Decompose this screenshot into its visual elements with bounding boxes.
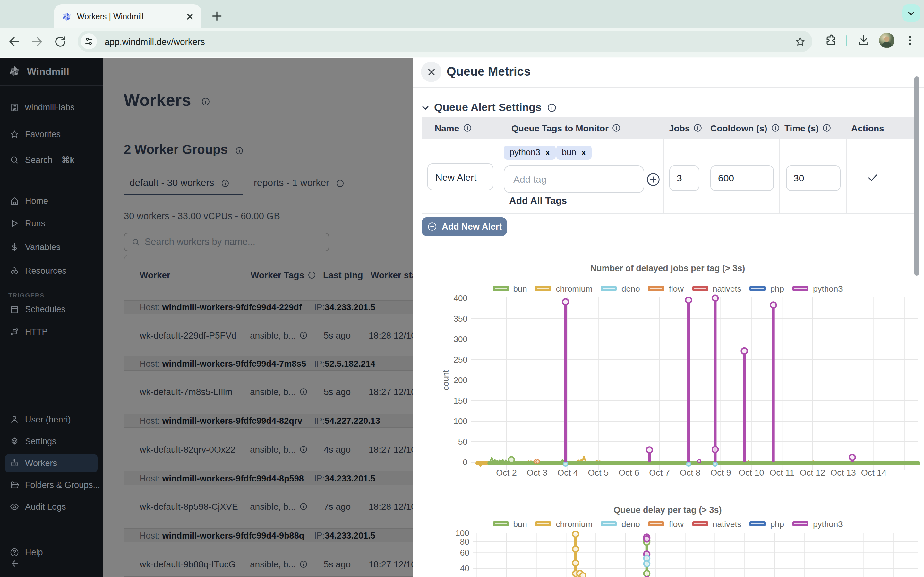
info-icon[interactable] (202, 97, 210, 105)
boxes-icon (10, 266, 19, 276)
add-tag-input[interactable]: Add tag (504, 165, 644, 193)
browser-tab[interactable]: Workers | Windmill (54, 5, 202, 28)
worker-groups-heading: 2 Worker Groups (124, 142, 244, 157)
svg-text:Oct 3: Oct 3 (527, 468, 548, 478)
time-input[interactable]: 30 (786, 165, 840, 191)
sidebar-item-schedules[interactable]: Schedules (5, 300, 97, 319)
cooldown-input[interactable]: 600 (710, 165, 774, 191)
sidebar-item-label: Audit Logs (25, 502, 66, 511)
add-new-alert-button[interactable]: Add New Alert (421, 217, 507, 236)
collapse-sidebar-icon[interactable] (10, 558, 20, 569)
tag-bun[interactable]: bunx (556, 145, 591, 159)
info-icon[interactable] (463, 124, 471, 132)
tag-python3[interactable]: python3x (504, 145, 556, 159)
info-icon[interactable] (236, 147, 244, 154)
sidebar-item-http[interactable]: HTTP (5, 322, 97, 341)
back-icon[interactable] (6, 34, 22, 49)
svg-text:100: 100 (455, 528, 469, 538)
queue-alert-settings-header[interactable]: Queue Alert Settings (421, 101, 556, 114)
info-icon[interactable] (771, 124, 779, 132)
browser-profile-chevron-button[interactable] (902, 5, 920, 22)
app-page: Windmill windmill-labs Favorites Search … (0, 58, 924, 577)
info-icon[interactable] (336, 179, 344, 187)
toolbar-divider (846, 35, 847, 46)
chart1-title: Number of delayed jobs per tag (> 3s) (417, 263, 918, 273)
sidebar-item-runs[interactable]: Runs (5, 214, 97, 232)
add-all-tags-link[interactable]: Add All Tags (509, 195, 567, 206)
alert-name-input[interactable]: New Alert (427, 163, 493, 190)
reload-icon[interactable] (53, 34, 68, 49)
eye-icon (10, 502, 19, 511)
column-worker: Worker (140, 255, 170, 295)
new-tab-button[interactable] (208, 7, 226, 25)
svg-text:Oct 8: Oct 8 (680, 468, 700, 478)
drawer-scrollbar[interactable] (914, 76, 919, 276)
svg-text:Oct 2: Oct 2 (496, 468, 517, 478)
browser-menu-icon[interactable] (903, 33, 916, 47)
tab-reports[interactable]: reports - 1 worker (254, 177, 344, 187)
sidebar-item-settings[interactable]: Settings (5, 432, 97, 450)
chart2-title: Queue delay per tag (> 3s) (417, 505, 918, 514)
legend-swatch (601, 286, 617, 291)
windmill-favicon (61, 11, 72, 21)
svg-text:80: 80 (460, 537, 469, 546)
info-icon[interactable] (300, 560, 307, 568)
info-icon[interactable] (308, 271, 316, 279)
profile-avatar[interactable] (879, 33, 895, 48)
sidebar-item-audit-logs[interactable]: Audit Logs (5, 497, 97, 516)
header-jobs: Jobs (663, 117, 704, 139)
legend-swatch (792, 286, 809, 291)
delayed-jobs-chart: 050100150200250300350400Oct 2Oct 3Oct 4O… (412, 292, 924, 481)
tab-default[interactable]: default - 30 workers (129, 177, 229, 187)
info-icon[interactable] (822, 124, 831, 132)
search-icon (131, 237, 140, 246)
sidebar-item-workspace[interactable]: windmill-labs (5, 98, 97, 116)
svg-text:150: 150 (453, 396, 467, 406)
svg-text:Oct 11: Oct 11 (769, 468, 794, 478)
search-shortcut: ⌘k (61, 155, 74, 164)
sidebar-item-workers[interactable]: Workers (5, 454, 97, 472)
info-icon[interactable] (694, 124, 702, 132)
sidebar-item-variables[interactable]: Variables (5, 237, 97, 256)
download-icon[interactable] (857, 33, 871, 47)
sidebar-item-search[interactable]: Search ⌘k (5, 150, 97, 169)
info-icon[interactable] (300, 445, 307, 453)
column-divider (779, 139, 779, 213)
info-icon[interactable] (221, 179, 229, 187)
remove-tag-icon[interactable]: x (582, 148, 586, 157)
add-tag-button[interactable] (646, 172, 660, 187)
tab-close-icon[interactable] (185, 11, 195, 21)
dollar-icon (10, 242, 19, 251)
worker-search-input[interactable]: Search workers by name... (124, 232, 329, 251)
sidebar-item-label: Favorites (25, 129, 61, 139)
info-icon[interactable] (548, 103, 556, 112)
svg-text:Oct 4: Oct 4 (557, 468, 578, 478)
sidebar-item-favorites[interactable]: Favorites (5, 125, 97, 143)
remove-tag-icon[interactable]: x (545, 148, 550, 157)
confirm-check-icon[interactable] (867, 172, 878, 183)
sidebar-item-home[interactable]: Home (5, 191, 97, 210)
drawer-close-button[interactable] (421, 61, 441, 82)
url-bar[interactable]: app.windmill.dev/workers (78, 31, 813, 52)
sidebar-item-user[interactable]: User (henri) (5, 410, 97, 429)
site-settings-icon[interactable] (81, 33, 97, 49)
sidebar-item-resources[interactable]: Resources (5, 261, 97, 280)
svg-text:300: 300 (453, 334, 467, 344)
info-icon[interactable] (300, 503, 307, 510)
sidebar-item-label: User (henri) (25, 414, 71, 424)
route-icon (10, 327, 19, 337)
svg-text:350: 350 (453, 314, 467, 324)
calendar-icon (10, 305, 19, 314)
forward-icon[interactable] (29, 34, 45, 49)
sidebar-brand[interactable]: Windmill (0, 58, 103, 85)
sidebar-item-folders[interactable]: Folders & Groups... (5, 475, 97, 494)
bookmark-star-icon[interactable] (795, 35, 806, 47)
jobs-input[interactable]: 3 (669, 165, 699, 191)
info-icon[interactable] (300, 332, 307, 339)
url-text[interactable]: app.windmill.dev/workers (105, 36, 795, 47)
info-icon[interactable] (300, 388, 307, 396)
extensions-icon[interactable] (824, 33, 838, 47)
screen: Workers | Windmill app.windmill.dev/work… (0, 0, 924, 577)
info-icon[interactable] (612, 124, 621, 132)
legend-swatch (750, 286, 766, 291)
